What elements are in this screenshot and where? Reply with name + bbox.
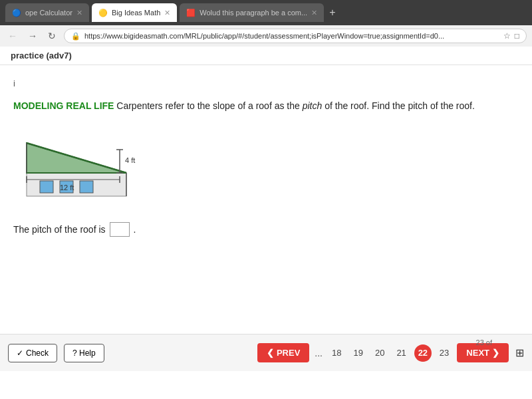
page-22-active[interactable]: 22 [414,344,432,362]
next-icon: ❯ [492,348,499,358]
check-icon: ✓ [17,348,23,358]
page-header-text: practice (adv7) [11,51,72,61]
tab-paragraph[interactable]: 🟥 Wolud this paragraph be a com... ✕ [180,3,324,22]
tab-calculator[interactable]: 🔵 ope Calculator ✕ [5,3,89,22]
answer-input[interactable] [110,222,130,237]
tab-calculator-close[interactable]: ✕ [76,9,82,17]
lock-icon: 🔒 [71,32,80,41]
page-19[interactable]: 19 [349,345,366,360]
tab-paragraph-close[interactable]: ✕ [311,9,317,17]
browser-chrome: 🔵 ope Calculator ✕ 🟡 Big Ideas Math ✕ 🟥 … [0,0,532,25]
ellipsis: ... [313,348,324,358]
svg-text:4 ft: 4 ft [125,156,135,164]
main-content: i MODELING REAL LIFE Carpenters refer to… [0,65,532,371]
check-button[interactable]: ✓ Check [8,344,57,362]
bottom-bar: ✓ Check ? Help ❮ PREV ... 18 19 20 21 22… [0,334,532,371]
tab-bigideasmath-icon: 🟡 [98,9,108,17]
svg-text:12 ft: 12 ft [60,184,74,192]
tab-paragraph-icon: 🟥 [186,9,196,17]
address-bar-row: ← → ↻ 🔒 https://www.bigideasmath.com/MRL… [0,25,532,47]
grid-icon[interactable]: ⊞ [515,346,524,359]
answer-prefix: The pitch of the roof is [13,224,106,235]
forward-button[interactable]: → [25,29,40,43]
answer-row: The pitch of the roof is . [13,222,519,237]
tab-add-button[interactable]: + [329,7,335,19]
help-button[interactable]: ? Help [64,344,104,362]
svg-rect-11 [40,181,53,193]
prev-icon: ❮ [267,348,274,358]
address-text: https://www.bigideasmath.com/MRL/public/… [84,32,499,40]
question-suffix-text: of the roof. Find the pitch of the roof. [322,100,475,111]
modeling-label: MODELING REAL LIFE [13,100,114,111]
page-18[interactable]: 18 [328,345,345,360]
page-21[interactable]: 21 [392,345,410,360]
extensions-icon[interactable]: □ [515,31,519,41]
tab-calculator-icon: 🔵 [12,9,21,17]
tab-paragraph-label: Wolud this paragraph be a com... [200,9,307,17]
tab-bigideasmath-close[interactable]: ✕ [164,9,170,17]
address-bar[interactable]: 🔒 https://www.bigideasmath.com/MRL/publi… [64,29,527,43]
svg-rect-13 [80,181,93,193]
help-label: ? Help [72,348,96,358]
back-button[interactable]: ← [5,29,20,43]
question-text: MODELING REAL LIFE Carpenters refer to t… [13,99,519,113]
tab-bigideasmath[interactable]: 🟡 Big Ideas Math ✕ [92,3,177,22]
page-23[interactable]: 23 [436,345,453,360]
check-label: Check [26,348,49,358]
pitch-italic: pitch [303,100,323,111]
page-header: practice (adv7) [0,47,532,65]
question-body-text: Carpenters refer to the slope of a roof … [114,100,302,111]
tab-calculator-label: ope Calculator [25,9,72,17]
page-20[interactable]: 20 [371,345,388,360]
next-label: NEXT [466,348,489,358]
prev-button[interactable]: ❮ PREV [257,343,309,362]
tab-bigideasmath-label: Big Ideas Math [112,9,160,17]
prev-label: PREV [277,348,300,358]
question-number: i [13,78,519,88]
answer-suffix: . [134,224,136,235]
refresh-button[interactable]: ↻ [45,29,59,43]
roof-svg: 4 ft 12 ft [20,126,166,206]
bookmark-icon[interactable]: ☆ [503,31,511,41]
roof-diagram: 4 ft 12 ft [20,126,166,206]
page-info: 23 of [476,338,492,346]
